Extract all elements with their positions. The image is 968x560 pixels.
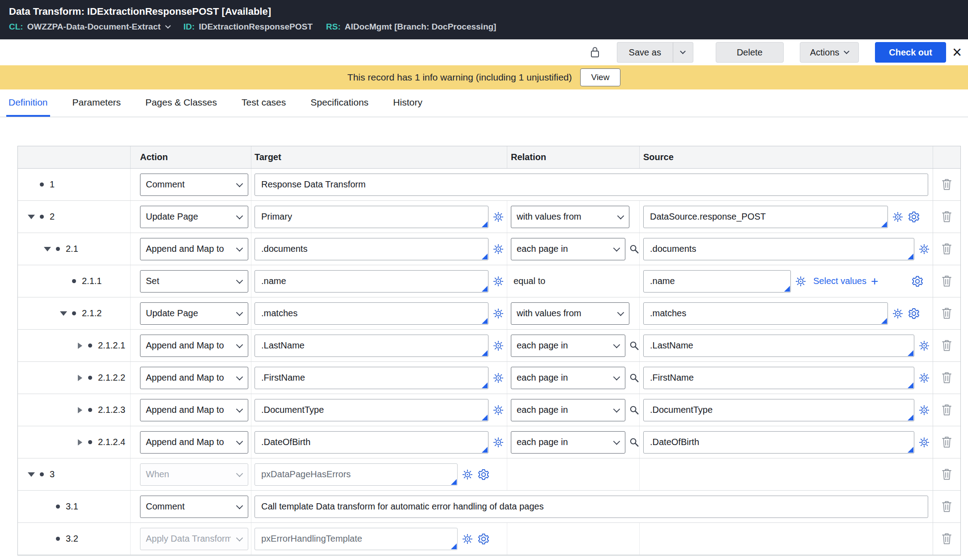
tab-history[interactable]: History [391, 89, 425, 117]
source-field[interactable]: .documents [643, 238, 914, 260]
delete-row-button[interactable] [941, 500, 953, 513]
action-select[interactable]: Append and Map to [140, 367, 248, 389]
collapse-caret-icon[interactable] [44, 246, 53, 252]
gear-icon[interactable] [908, 211, 920, 223]
gear-crosshair-icon[interactable] [918, 372, 930, 384]
action-select[interactable]: Append and Map to [140, 335, 248, 357]
target-field[interactable]: .matches [255, 302, 488, 325]
gear-icon[interactable] [911, 275, 924, 288]
save-as-menu-button[interactable] [673, 42, 693, 63]
gear-crosshair-icon[interactable] [918, 243, 930, 255]
delete-row-button[interactable] [941, 210, 953, 223]
delete-row-button[interactable] [941, 242, 953, 255]
collapse-caret-icon[interactable] [28, 471, 37, 478]
gear-crosshair-icon[interactable] [918, 404, 930, 416]
target-field[interactable]: pxErrorHandlingTemplate [255, 528, 458, 550]
action-select[interactable]: Apply Data Transform [140, 528, 248, 550]
expression-corner-icon[interactable] [881, 318, 887, 324]
delete-row-button[interactable] [941, 371, 953, 384]
delete-row-button[interactable] [941, 307, 953, 320]
expression-corner-icon[interactable] [482, 254, 488, 259]
gear-crosshair-icon[interactable] [461, 468, 474, 481]
cl-value-dropdown[interactable]: OWZZPA-Data-Document-Extract [27, 22, 170, 32]
expression-corner-icon[interactable] [451, 479, 457, 485]
expression-corner-icon[interactable] [908, 382, 913, 388]
gear-icon[interactable] [477, 468, 490, 481]
relation-select[interactable]: each page in [511, 367, 625, 389]
tab-definition[interactable]: Definition [6, 89, 50, 117]
tab-specifications[interactable]: Specifications [308, 89, 371, 117]
gear-crosshair-icon[interactable] [492, 404, 505, 416]
target-field[interactable]: pxDataPageHasErrors [255, 463, 458, 486]
expression-corner-icon[interactable] [784, 286, 790, 292]
source-field[interactable]: .name [643, 270, 791, 293]
collapse-caret-icon[interactable] [60, 310, 69, 317]
action-select[interactable]: Set [140, 270, 248, 293]
target-field[interactable]: .name [255, 270, 488, 293]
delete-row-button[interactable] [941, 339, 953, 352]
relation-select[interactable]: each page in [511, 431, 625, 454]
gear-crosshair-icon[interactable] [492, 211, 505, 223]
expression-corner-icon[interactable] [482, 221, 488, 227]
search-icon[interactable] [629, 373, 639, 383]
relation-select[interactable]: with values from [511, 206, 629, 228]
delete-button[interactable]: Delete [716, 42, 784, 63]
action-select[interactable]: Append and Map to [140, 238, 248, 260]
collapse-caret-icon[interactable] [28, 214, 37, 220]
source-field[interactable]: .FirstName [643, 367, 914, 389]
source-field[interactable]: .matches [643, 302, 888, 325]
target-field[interactable]: .DateOfBirth [255, 431, 488, 454]
comment-field[interactable]: Call template Data transform for automat… [255, 496, 928, 518]
actions-button[interactable]: Actions [800, 42, 859, 63]
close-icon[interactable]: × [952, 44, 962, 60]
search-icon[interactable] [629, 437, 639, 447]
expand-caret-icon[interactable] [76, 407, 85, 413]
search-icon[interactable] [629, 340, 639, 351]
gear-crosshair-icon[interactable] [892, 211, 904, 223]
gear-crosshair-icon[interactable] [918, 436, 930, 449]
gear-crosshair-icon[interactable] [492, 275, 505, 288]
delete-row-button[interactable] [941, 468, 953, 481]
action-select[interactable]: Comment [140, 174, 248, 196]
gear-crosshair-icon[interactable] [492, 339, 505, 352]
delete-row-button[interactable] [941, 403, 953, 416]
expression-corner-icon[interactable] [908, 447, 913, 453]
gear-crosshair-icon[interactable] [892, 307, 904, 320]
tab-test-cases[interactable]: Test cases [239, 89, 288, 117]
delete-row-button[interactable] [941, 436, 953, 449]
gear-crosshair-icon[interactable] [492, 307, 505, 320]
expression-corner-icon[interactable] [451, 543, 457, 549]
target-field[interactable]: .FirstName [255, 367, 488, 389]
save-as-button[interactable]: Save as [617, 42, 673, 63]
delete-row-button[interactable] [941, 178, 953, 191]
expression-corner-icon[interactable] [881, 221, 887, 227]
expression-corner-icon[interactable] [482, 350, 488, 356]
search-icon[interactable] [629, 244, 639, 254]
expression-corner-icon[interactable] [908, 254, 913, 259]
action-select[interactable]: Append and Map to [140, 431, 248, 454]
relation-select[interactable]: each page in [511, 238, 625, 260]
search-icon[interactable] [629, 405, 639, 415]
tab-parameters[interactable]: Parameters [70, 89, 123, 117]
target-field[interactable]: .documents [255, 238, 488, 260]
gear-crosshair-icon[interactable] [492, 372, 505, 384]
action-select[interactable]: Update Page [140, 302, 248, 325]
expression-corner-icon[interactable] [482, 318, 488, 324]
gear-crosshair-icon[interactable] [794, 275, 807, 288]
relation-select[interactable]: each page in [511, 399, 625, 421]
gear-crosshair-icon[interactable] [492, 243, 505, 255]
delete-row-button[interactable] [941, 532, 953, 545]
expression-corner-icon[interactable] [908, 350, 913, 356]
gear-crosshair-icon[interactable] [918, 339, 930, 352]
action-select[interactable]: Comment [140, 496, 248, 518]
expression-corner-icon[interactable] [482, 415, 488, 420]
relation-select[interactable]: with values from [511, 302, 629, 325]
tab-pages-classes[interactable]: Pages & Classes [143, 89, 219, 117]
expand-caret-icon[interactable] [76, 375, 85, 381]
comment-field[interactable]: Response Data Transform [255, 174, 928, 196]
relation-select[interactable]: each page in [511, 335, 625, 357]
expression-corner-icon[interactable] [482, 286, 488, 292]
expand-caret-icon[interactable] [76, 439, 85, 445]
source-field[interactable]: .LastName [643, 335, 914, 357]
gear-crosshair-icon[interactable] [492, 436, 505, 449]
